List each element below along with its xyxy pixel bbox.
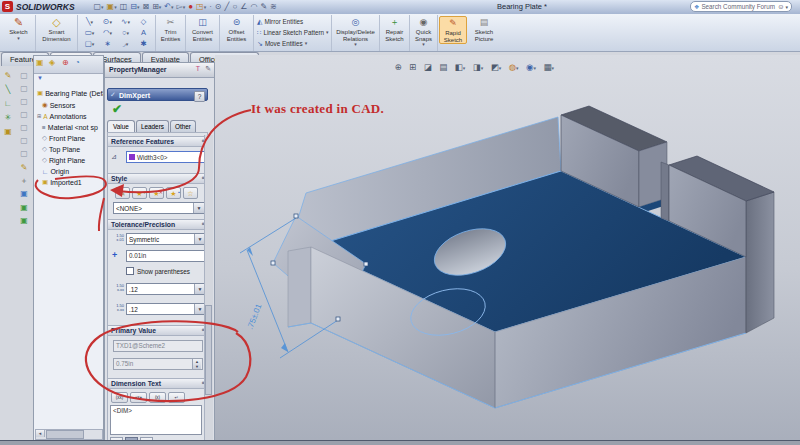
scrollbar-thumb[interactable]	[205, 305, 212, 395]
part-right-face[interactable]	[746, 192, 774, 333]
style-load-button[interactable]: ☆	[183, 187, 198, 199]
style-dropdown[interactable]: <NONE> ▼	[113, 202, 205, 214]
section-reference-features[interactable]: Reference Features «	[107, 136, 208, 147]
rectangle-entity-icon[interactable]: ▭▾	[81, 27, 99, 38]
view-cube-icon[interactable]: ▢	[17, 96, 31, 108]
dim-add-button[interactable]: +x+	[130, 392, 147, 403]
line-tool-icon[interactable]: ╱	[225, 0, 230, 13]
open-document-icon[interactable]: ▣▾	[107, 0, 117, 14]
tree-root-item[interactable]: ▣ Bearing Plate (Defa	[37, 88, 104, 98]
trim-entities-button[interactable]: ✂ Trim Entities	[157, 16, 184, 42]
linear-sketch-pattern-button[interactable]: ∷ Linear Sketch Pattern ▾	[257, 27, 329, 38]
display-delete-relations-button[interactable]: ◎ Display/Delete Relations ▾	[333, 16, 378, 47]
tree-item-material[interactable]: ≡ Material <not sp	[42, 122, 98, 132]
pen-tool-icon[interactable]: ✎	[260, 0, 267, 13]
feature-tree-tab-icon[interactable]: ▣	[36, 58, 44, 67]
rebuild-icon[interactable]: ●	[188, 0, 193, 13]
section-tolerance-precision[interactable]: Tolerance/Precision «	[107, 219, 208, 230]
search-magnifier-icon[interactable]: ⊙	[778, 3, 783, 10]
tree-item-right-plane[interactable]: ◇ Right Plane	[42, 155, 85, 165]
text-entity-icon[interactable]: A	[135, 27, 153, 38]
pin-icon[interactable]: ✎	[205, 65, 211, 73]
show-parentheses-checkbox[interactable]	[126, 267, 134, 275]
view-cube-icon[interactable]: ▢	[17, 122, 31, 134]
search-caret-icon[interactable]: ▾	[785, 4, 788, 10]
tree-horizontal-scrollbar[interactable]: ◂	[35, 429, 103, 440]
section-style[interactable]: Style «	[107, 173, 208, 184]
tree-item-front-plane[interactable]: ◇ Front Plane	[42, 133, 85, 143]
ellipse-entity-icon[interactable]: ○▾	[117, 27, 135, 38]
tree-item-top-plane[interactable]: ◇ Top Plane	[42, 144, 80, 154]
tree-item-annotations[interactable]: ⊞ A Annotations	[37, 111, 87, 121]
parallelogram-entity-icon[interactable]: ▢▾	[81, 38, 99, 49]
sketch-tool-button[interactable]: ✎ Sketch ▾	[9, 16, 27, 41]
quick-snaps-button[interactable]: ◉ Quick Snaps ▾	[411, 16, 436, 47]
style-delete-button[interactable]: ★✕	[149, 187, 164, 199]
view-cube-icon[interactable]: ▢	[17, 148, 31, 160]
expand-icon[interactable]: ⊞	[37, 113, 41, 119]
polygon-entity-icon[interactable]: ◇	[135, 16, 153, 27]
view-cube-icon[interactable]: ▢	[17, 70, 31, 82]
dimension-text-area[interactable]: <DIM>	[110, 405, 202, 435]
sketch-picture-button[interactable]: ▤ Sketch Picture	[469, 16, 499, 42]
dim-paren-button[interactable]: (x)	[149, 392, 166, 403]
point-entity-icon[interactable]: ∗	[99, 38, 117, 49]
view-cube-icon[interactable]: ▢	[17, 109, 31, 121]
primary-value-name-field[interactable]: TXD1@Scheme2	[113, 340, 203, 352]
tree-item-sensors[interactable]: ◉ Sensors	[42, 100, 75, 110]
ok-check-button[interactable]: ✔	[112, 102, 122, 116]
repair-sketch-button[interactable]: ＋ Repair Sketch	[381, 16, 408, 42]
hatch-tool-icon[interactable]: ≋	[270, 0, 277, 13]
dropdown-caret-icon[interactable]: ▼	[193, 203, 204, 213]
dim-break-button[interactable]: ↵	[168, 392, 185, 403]
new-document-icon[interactable]: ▢▾	[94, 0, 104, 14]
view-cube-icon[interactable]: ▢	[17, 83, 31, 95]
help-button[interactable]: ?	[194, 91, 205, 102]
tree-item-imported1[interactable]: ▣ Imported1	[42, 177, 82, 187]
fillet-entity-icon[interactable]: ◞▾	[117, 38, 135, 49]
tab-leaders[interactable]: Leaders	[136, 120, 169, 132]
displaymanager-tab-icon[interactable]: ⊕	[62, 58, 69, 67]
circle-entity-icon[interactable]: ⊙▾	[99, 16, 117, 27]
graphics-viewport[interactable]: ⊕ ⊞ ◪ ▤ ◧▾ ◨▾ ◩▾ ◍▾ ◉▾ ▦▾	[215, 55, 800, 445]
community-search-box[interactable]: ❖ Search Community Forum ⊙ ▾	[690, 1, 792, 12]
scrollbar-thumb[interactable]	[46, 430, 84, 439]
sketch-mode-icon[interactable]: ✎	[17, 162, 31, 174]
tolerance-type-dropdown[interactable]: Symmetric ▼	[126, 233, 206, 245]
arc-entity-icon[interactable]: ◠▾	[99, 27, 117, 38]
angle-tool-icon[interactable]: ∠	[240, 0, 247, 13]
circle-tool-icon[interactable]: ⊙	[215, 0, 222, 13]
primary-value-field[interactable]: 0.75in ▲▼	[113, 358, 203, 370]
value-spinner[interactable]: ▲▼	[192, 359, 201, 369]
close-icon[interactable]: ⊠	[142, 0, 149, 13]
print-icon[interactable]: ⊞▾	[152, 0, 161, 14]
line-entity-icon[interactable]: ╲▾	[81, 16, 99, 27]
ellipse-tool-icon[interactable]: ○	[232, 0, 237, 13]
wand-tool-icon[interactable]: ✎	[1, 70, 15, 82]
reference-feature-field[interactable]: Width3<0>	[126, 151, 206, 163]
notch-right-wall[interactable]	[661, 162, 669, 221]
dimension-handle[interactable]	[271, 261, 275, 265]
part-blue-icon[interactable]: ▣	[17, 188, 31, 200]
smart-dimension-button[interactable]: ◇ Smart Dimension	[37, 16, 76, 42]
scroll-left-arrow[interactable]: ◂	[36, 430, 45, 437]
part-green-icon[interactable]: ▣	[17, 215, 31, 227]
dimension-handle[interactable]	[336, 317, 340, 321]
section-dimension-text[interactable]: Dimension Text «	[107, 378, 208, 389]
tab-value[interactable]: Value	[107, 120, 135, 132]
offset-entities-button[interactable]: ⊜ Offset Entities	[221, 16, 252, 42]
axis-icon[interactable]: ∟	[1, 98, 15, 110]
convert-entities-button[interactable]: ◫ Convert Entities	[187, 16, 218, 42]
tree-item-origin[interactable]: ∟ Origin	[42, 166, 69, 176]
part-green-icon[interactable]: ▣	[17, 202, 31, 214]
pm-vertical-scrollbar[interactable]	[204, 135, 213, 443]
part-left-end-face[interactable]	[288, 247, 311, 327]
section-primary-value[interactable]: Primary Value «	[107, 325, 208, 336]
style-add-button[interactable]: ★+	[132, 187, 147, 199]
box-tool-icon[interactable]: ▣	[1, 126, 15, 138]
tolerance-precision-dropdown[interactable]: .12 ▼	[126, 303, 206, 315]
tree-filter-icon[interactable]: ▼	[37, 75, 43, 81]
save-icon[interactable]: ⊟▾	[130, 0, 139, 14]
select-icon[interactable]: ▻▾	[177, 0, 186, 14]
spline-entity-icon[interactable]: ∿▾	[117, 16, 135, 27]
